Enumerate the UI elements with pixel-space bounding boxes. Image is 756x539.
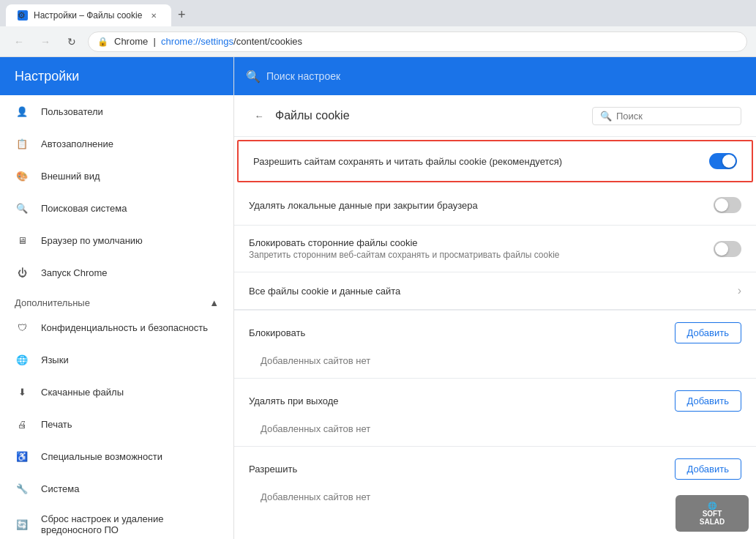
- block-add-button[interactable]: Добавить: [675, 322, 741, 343]
- content-search-input[interactable]: [616, 111, 733, 122]
- sidebar-item-label: Поисковая система: [41, 203, 127, 214]
- sidebar-item-label: Внешний вид: [41, 171, 100, 182]
- accessibility-icon: ♿: [15, 449, 29, 464]
- sidebar-item-languages[interactable]: 🌐 Языки: [0, 343, 233, 376]
- setting-row-right: [714, 241, 741, 257]
- content-back-button[interactable]: ←: [249, 105, 269, 126]
- content-search-box[interactable]: 🔍: [592, 107, 741, 125]
- sidebar-item-appearance[interactable]: 🎨 Внешний вид: [0, 160, 233, 192]
- sidebar-item-startup[interactable]: ⏻ Запуск Chrome: [0, 256, 233, 289]
- clear-on-exit-add-button[interactable]: Добавить: [675, 390, 741, 412]
- setting-row-content: Блокировать сторонние файлы cookie Запре…: [249, 237, 714, 260]
- sidebar-item-label: Браузер по умолчанию: [41, 235, 143, 246]
- languages-icon: 🌐: [15, 352, 29, 367]
- clear-on-close-toggle[interactable]: [714, 197, 741, 213]
- sidebar: Настройки 👤 Пользователи 📋 Автозаполнени…: [0, 57, 234, 539]
- reload-button[interactable]: ↻: [61, 31, 82, 52]
- sidebar-title: Настройки: [15, 69, 79, 84]
- url-text: chrome://: [161, 36, 201, 47]
- sidebar-header: Настройки: [0, 57, 233, 95]
- main-search-bar: 🔍: [234, 57, 756, 95]
- sidebar-item-accessibility[interactable]: ♿ Специальные возможности: [0, 440, 233, 472]
- autofill-icon: 📋: [15, 136, 29, 151]
- browser-icon: 🖥: [15, 233, 29, 248]
- address-text: Chrome | chrome://settings/content/cooki…: [114, 36, 738, 47]
- sidebar-item-users[interactable]: 👤 Пользователи: [0, 95, 233, 127]
- block-section-label: Блокировать: [249, 327, 305, 338]
- setting-row-allow-cookies: Разрешить сайтам сохранять и читать файл…: [237, 140, 753, 182]
- watermark: 🌐SOFTSALAD: [675, 495, 749, 532]
- watermark-text: 🌐SOFTSALAD: [700, 502, 725, 526]
- setting-row-right: [709, 153, 737, 169]
- collapse-icon[interactable]: ▲: [209, 297, 219, 308]
- setting-row-block-third-party: Блокировать сторонние файлы cookie Запре…: [234, 226, 756, 272]
- allow-section-label: Разрешить: [249, 464, 297, 475]
- tab-bar: ⚙ Настройки – Файлы cookie ✕ +: [0, 0, 756, 26]
- main-panel: 🔍 ← Файлы cookie 🔍 Разреши: [234, 57, 756, 539]
- toggle-thumb: [715, 242, 728, 256]
- sidebar-item-label: Скачанные файлы: [41, 387, 124, 398]
- clear-on-exit-section-header: Удалять при выходе Добавить: [234, 379, 756, 417]
- back-button[interactable]: ←: [9, 31, 29, 52]
- main-search-input[interactable]: [266, 70, 744, 82]
- setting-row-content: Все файлы cookie и данные сайта: [249, 286, 738, 297]
- browser-frame: ⚙ Настройки – Файлы cookie ✕ + ← → ↻ 🔒 C…: [0, 0, 756, 539]
- chevron-right-icon: ›: [738, 284, 741, 297]
- sidebar-item-reset[interactable]: 🔄 Сброс настроек и удаление вредоносного…: [0, 505, 233, 539]
- setting-title: Разрешить сайтам сохранять и читать файл…: [253, 156, 709, 167]
- settings-section: Разрешить сайтам сохранять и читать файл…: [234, 140, 756, 514]
- block-empty-message: Добавленных сайтов нет: [234, 349, 756, 378]
- print-icon: 🖨: [15, 417, 29, 431]
- sidebar-item-label: Специальные возможности: [41, 451, 162, 462]
- sidebar-item-browser[interactable]: 🖥 Браузер по умолчанию: [0, 224, 233, 256]
- new-tab-button[interactable]: +: [171, 4, 192, 25]
- setting-title: Все файлы cookie и данные сайта: [249, 286, 738, 297]
- setting-title: Удалять локальные данные при закрытии бр…: [249, 200, 714, 211]
- allow-section-header: Разрешить Добавить: [234, 447, 756, 486]
- setting-row-content: Удалять локальные данные при закрытии бр…: [249, 200, 714, 211]
- sidebar-item-privacy[interactable]: 🛡 Конфиденциальность и безопасность: [0, 311, 233, 343]
- url-path: /content/cookies: [233, 36, 302, 47]
- tab-favicon: ⚙: [18, 10, 28, 21]
- sidebar-item-system[interactable]: 🔧 Система: [0, 472, 233, 505]
- sidebar-item-label: Запуск Chrome: [41, 267, 108, 278]
- sidebar-item-label: Конфиденциальность и безопасность: [41, 322, 208, 333]
- content-search-icon: 🔍: [600, 111, 612, 122]
- site-icon: 🔒: [97, 37, 108, 47]
- setting-title: Блокировать сторонние файлы cookie: [249, 237, 714, 248]
- setting-row-clear-on-close: Удалять локальные данные при закрытии бр…: [234, 185, 756, 226]
- browser-toolbar: ← → ↻ 🔒 Chrome | chrome://settings/conte…: [0, 26, 756, 57]
- sidebar-item-label: Сброс настроек и удаление вредоносного П…: [41, 513, 219, 535]
- address-bar[interactable]: 🔒 Chrome | chrome://settings/content/coo…: [88, 31, 747, 52]
- content-title: Файлы cookie: [275, 109, 350, 122]
- active-tab[interactable]: ⚙ Настройки – Файлы cookie ✕: [6, 4, 171, 26]
- toggle-thumb: [722, 155, 736, 168]
- block-third-party-toggle[interactable]: [714, 241, 741, 257]
- tab-close-button[interactable]: ✕: [148, 10, 160, 21]
- setting-row-all-cookies[interactable]: Все файлы cookie и данные сайта ›: [234, 272, 756, 310]
- watermark-logo: 🌐SOFTSALAD: [675, 495, 749, 532]
- advanced-label: Дополнительные: [15, 297, 90, 308]
- setting-subtitle: Запретить сторонним веб-сайтам сохранять…: [249, 250, 714, 260]
- main-search-icon: 🔍: [246, 70, 261, 83]
- chrome-label: Chrome: [114, 36, 148, 47]
- setting-row-right: ›: [738, 284, 741, 297]
- clear-on-exit-section-label: Удалять при выходе: [249, 395, 339, 406]
- sidebar-item-printing[interactable]: 🖨 Печать: [0, 408, 233, 440]
- setting-row-right: [714, 197, 741, 213]
- setting-row-content: Разрешить сайтам сохранять и читать файл…: [253, 156, 709, 167]
- sidebar-item-label: Пользователи: [41, 106, 103, 117]
- url-settings: settings: [201, 36, 233, 47]
- allow-add-button[interactable]: Добавить: [675, 458, 741, 480]
- forward-button[interactable]: →: [35, 31, 56, 52]
- sidebar-item-search[interactable]: 🔍 Поисковая система: [0, 192, 233, 224]
- content-header: ← Файлы cookie 🔍: [234, 95, 756, 137]
- sidebar-item-downloads[interactable]: ⬇ Скачанные файлы: [0, 376, 233, 408]
- appearance-icon: 🎨: [15, 168, 29, 183]
- sidebar-item-label: Печать: [41, 419, 72, 430]
- toggle-thumb: [715, 198, 728, 212]
- sidebar-item-autofill[interactable]: 📋 Автозаполнение: [0, 127, 233, 160]
- sidebar-item-label: Языки: [41, 354, 69, 365]
- reset-icon: 🔄: [15, 517, 29, 532]
- allow-cookies-toggle[interactable]: [709, 153, 737, 169]
